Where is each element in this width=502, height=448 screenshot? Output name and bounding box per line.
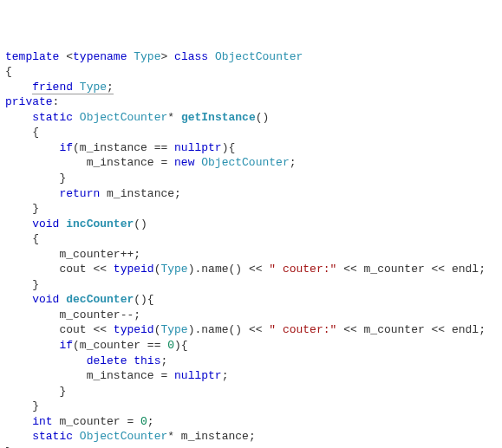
- func-decCounter: decCounter: [66, 293, 134, 306]
- code-line: m_instance = new ObjectCounter;: [5, 155, 497, 171]
- code-line: m_instance = nullptr;: [5, 368, 497, 384]
- string-literal: " couter:": [269, 323, 336, 336]
- code-line: cout << typeid(Type).name() << " couter:…: [5, 322, 497, 338]
- code-line: if(m_instance == nullptr){: [5, 140, 497, 156]
- code-line: }: [5, 277, 497, 293]
- code-line: {: [5, 64, 497, 80]
- code-block: template <typename Type> class ObjectCou…: [5, 49, 497, 448]
- code-line: };: [5, 445, 497, 448]
- code-line: }: [5, 399, 497, 414]
- code-line: if(m_counter == 0){: [5, 338, 497, 354]
- code-line: return m_instance;: [5, 186, 497, 202]
- code-line: {: [5, 231, 497, 247]
- code-line: m_counter--;: [5, 308, 497, 323]
- code-line: static ObjectCounter* getInstance(): [5, 110, 497, 126]
- code-line: friend Type;: [5, 80, 497, 95]
- code-line: void incCounter(): [5, 217, 497, 232]
- func-incCounter: incCounter: [66, 218, 134, 230]
- code-line: m_counter++;: [5, 247, 497, 263]
- string-literal: " couter:": [269, 263, 336, 276]
- code-line: }: [5, 201, 497, 217]
- code-line: static ObjectCounter* m_instance;: [5, 429, 497, 445]
- kw-typename: typename: [73, 50, 127, 63]
- code-line: cout << typeid(Type).name() << " couter:…: [5, 262, 497, 277]
- friend-decl: friend Type;: [32, 81, 114, 94]
- func-getInstance: getInstance: [181, 111, 256, 124]
- code-line: private:: [5, 94, 497, 110]
- classname: ObjectCounter: [215, 50, 303, 63]
- type-param: Type: [134, 50, 160, 63]
- code-line: int m_counter = 0;: [5, 414, 497, 430]
- code-line: template <typename Type> class ObjectCou…: [5, 49, 497, 65]
- code-line: }: [5, 384, 497, 399]
- kw-template: template: [5, 50, 66, 63]
- code-line: void decCounter(){: [5, 292, 497, 308]
- code-line: {: [5, 125, 497, 140]
- kw-class: class: [174, 50, 208, 63]
- code-line: delete this;: [5, 354, 497, 369]
- kw-private: private: [5, 95, 53, 108]
- code-line: }: [5, 171, 497, 186]
